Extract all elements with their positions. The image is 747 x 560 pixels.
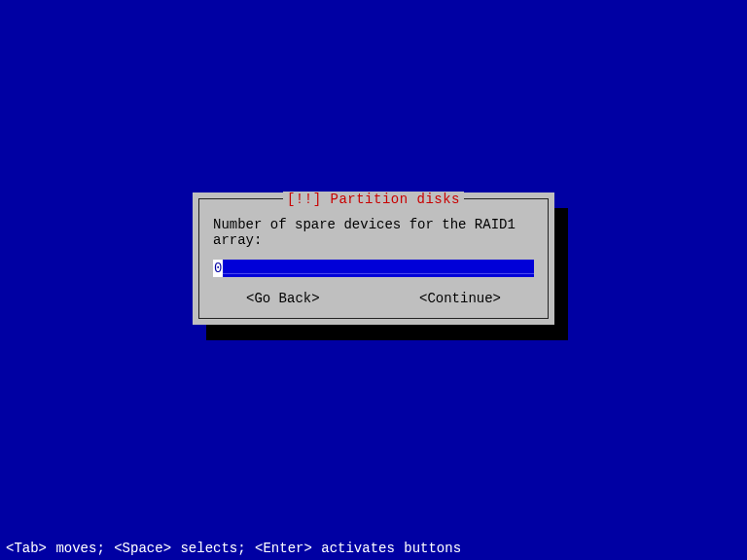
input-underline: ________________________________________… bbox=[223, 260, 534, 277]
input-value: 0 bbox=[213, 260, 223, 277]
input-fill-text: ________________________________________… bbox=[223, 261, 534, 276]
partition-dialog: [!!] Partition disks Number of spare dev… bbox=[193, 192, 554, 325]
continue-button[interactable]: <Continue> bbox=[419, 291, 501, 306]
dialog-title-marker: [!!] bbox=[287, 192, 322, 207]
dialog-title: [!!] Partition disks bbox=[283, 192, 464, 207]
go-back-button[interactable]: <Go Back> bbox=[246, 291, 320, 306]
dialog-title-bar: [!!] Partition disks bbox=[199, 192, 548, 207]
spare-devices-input[interactable]: 0 ______________________________________… bbox=[213, 260, 534, 277]
footer-hint: <Tab> moves; <Space> selects; <Enter> ac… bbox=[6, 541, 461, 556]
dialog-title-text: Partition disks bbox=[330, 192, 460, 207]
dialog-buttons: <Go Back> <Continue> bbox=[213, 291, 534, 306]
dialog-frame: [!!] Partition disks Number of spare dev… bbox=[198, 198, 549, 319]
prompt-label: Number of spare devices for the RAID1 ar… bbox=[213, 217, 534, 248]
